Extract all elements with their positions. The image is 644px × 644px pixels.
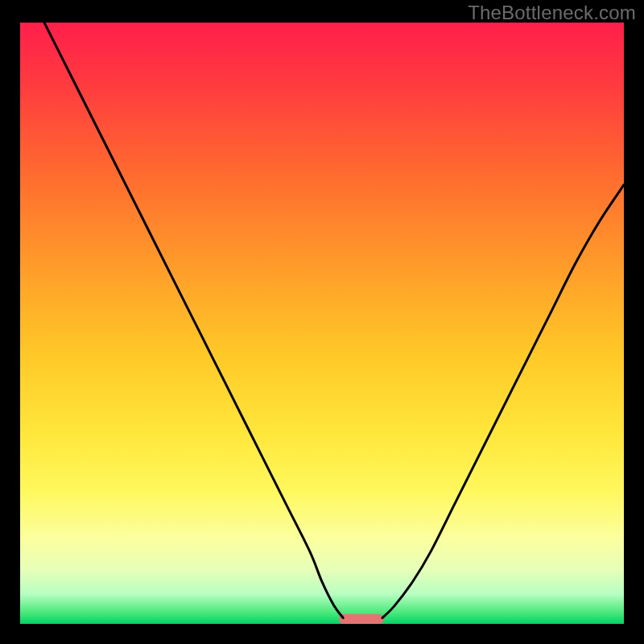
curve-right-branch <box>382 185 624 618</box>
bottleneck-curve <box>20 23 624 624</box>
curve-left-branch <box>44 23 343 618</box>
plot-area <box>20 23 624 624</box>
watermark-text: TheBottleneck.com <box>468 2 636 24</box>
image-frame: TheBottleneck.com <box>0 0 644 644</box>
